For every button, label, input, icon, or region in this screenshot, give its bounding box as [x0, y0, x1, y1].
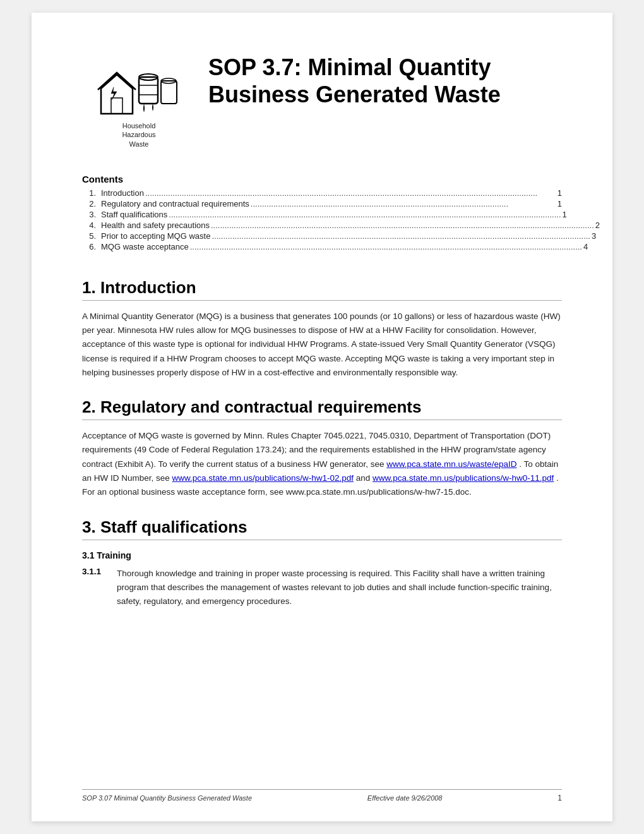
item-311-label: 3.1.1 — [82, 567, 117, 609]
subsection31-heading: 3.1 Training — [82, 550, 562, 560]
header: HouseholdHazardousWaste SOP 3.7: Minimal… — [82, 51, 562, 148]
svg-rect-1 — [111, 98, 122, 114]
toc-item-1: 1. Introduction ........................… — [82, 188, 562, 198]
toc-item-3: 3. Staff qualifications ................… — [82, 210, 562, 219]
toc-list: 1. Introduction ........................… — [82, 188, 562, 251]
footer-page: 1 — [558, 794, 562, 802]
hhw-logo — [95, 51, 183, 120]
section2-text3: and — [354, 473, 373, 483]
toc-item-6: 6. MQG waste acceptance ................… — [82, 242, 562, 251]
toc-item-5: 5. Prior to accepting MQG waste ........… — [82, 231, 562, 241]
footer: SOP 3.07 Minimal Quantity Business Gener… — [82, 789, 562, 802]
title-area: SOP 3.7: Minimal Quantity Business Gener… — [196, 51, 501, 108]
section-regulatory: 2. Regulatory and contractual requiremen… — [82, 397, 562, 499]
document-title: SOP 3.7: Minimal Quantity Business Gener… — [208, 54, 501, 108]
link-epaid[interactable]: www.pca.state.mn.us/waste/epaID — [386, 459, 516, 469]
section1-body: A Minimal Quantity Generator (MQG) is a … — [82, 310, 562, 380]
logo-area: HouseholdHazardousWaste — [82, 51, 196, 148]
link-hw1-02[interactable]: www.pca.state.mn.us/publications/w-hw1-0… — [172, 473, 354, 483]
svg-rect-2 — [139, 77, 158, 104]
section-staff: 3. Staff qualifications 3.1 Training 3.1… — [82, 517, 562, 609]
section2-heading: 2. Regulatory and contractual requiremen… — [82, 397, 562, 420]
toc-item-4: 4. Health and safety precautions .......… — [82, 221, 562, 230]
svg-rect-6 — [161, 81, 177, 104]
link-hw0-11[interactable]: www.pca.state.mn.us/publications/w-hw0-1… — [373, 473, 554, 483]
document-page: HouseholdHazardousWaste SOP 3.7: Minimal… — [32, 13, 612, 821]
section3-heading: 3. Staff qualifications — [82, 517, 562, 540]
contents-title: Contents — [82, 174, 562, 184]
svg-marker-0 — [101, 75, 133, 114]
contents-section: Contents 1. Introduction ...............… — [82, 174, 562, 258]
section2-body: Acceptance of MQG waste is governed by M… — [82, 429, 562, 499]
section-introduction: 1. Introduction A Minimal Quantity Gener… — [82, 278, 562, 380]
logo-caption: HouseholdHazardousWaste — [122, 121, 155, 148]
footer-title: SOP 3.07 Minimal Quantity Business Gener… — [82, 794, 252, 802]
item-311-text: Thorough knowledge and training in prope… — [117, 567, 562, 609]
toc-item-2: 2. Regulatory and contractual requiremen… — [82, 199, 562, 208]
section1-heading: 1. Introduction — [82, 278, 562, 301]
item-311: 3.1.1 Thorough knowledge and training in… — [82, 567, 562, 609]
footer-date: Effective date 9/26/2008 — [367, 794, 443, 802]
